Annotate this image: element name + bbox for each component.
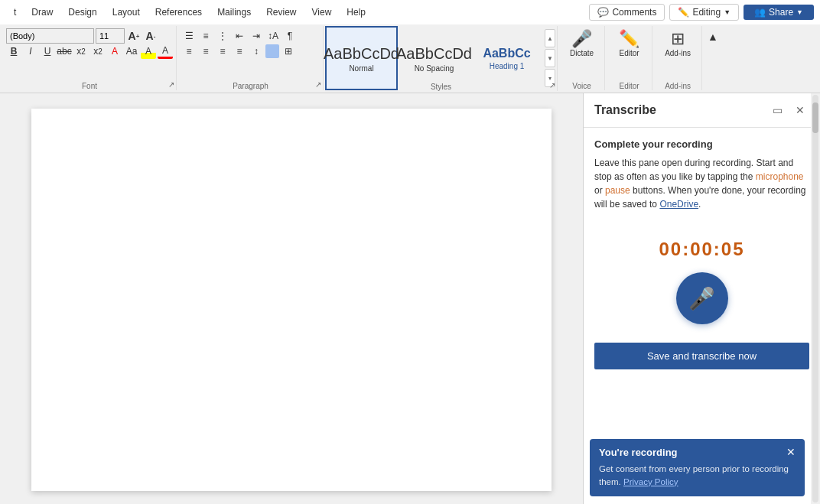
gallery-scroll-down[interactable]: ▼ bbox=[545, 49, 555, 67]
justify-button[interactable]: ≡ bbox=[232, 44, 247, 59]
voice-group: 🎤 Dictate Voice bbox=[559, 26, 605, 90]
pause-text: pause bbox=[605, 185, 630, 196]
share-icon: 👥 bbox=[754, 7, 766, 18]
bullets-button[interactable]: ☰ bbox=[181, 28, 197, 44]
superscript-button[interactable]: x2 bbox=[90, 44, 106, 59]
editor-button[interactable]: ✏️ Editor bbox=[614, 28, 644, 60]
microphone-button[interactable]: 🎤 bbox=[676, 272, 728, 324]
addins-button[interactable]: ⊞ Add-ins bbox=[660, 28, 695, 60]
paragraph-group-label: Paragraph bbox=[178, 82, 323, 90]
align-center-button[interactable]: ≡ bbox=[198, 44, 213, 59]
panel-title: Transcribe bbox=[594, 103, 656, 117]
save-transcribe-button[interactable]: Save and transcribe now bbox=[594, 343, 809, 369]
tab-view[interactable]: View bbox=[304, 4, 340, 21]
multilevel-list-button[interactable]: ⋮ bbox=[215, 28, 230, 44]
font-size-box[interactable]: 11 bbox=[96, 28, 125, 44]
tab-design[interactable]: Design bbox=[60, 4, 104, 21]
panel-close-button[interactable]: ✕ bbox=[791, 101, 809, 119]
para-row-1: ☰ ≡ ⋮ ⇤ ⇥ ↕A ¶ bbox=[181, 28, 320, 44]
font-expand-icon[interactable]: ↗ bbox=[168, 80, 174, 89]
editing-mode-button[interactable]: ✏️ Editing ▼ bbox=[669, 4, 739, 21]
comment-icon: 💬 bbox=[597, 7, 609, 18]
increase-indent-button[interactable]: ⇥ bbox=[249, 28, 264, 44]
font-row-2: B I U abc x2 x2 A Aa A A bbox=[6, 44, 173, 59]
align-right-button[interactable]: ≡ bbox=[215, 44, 230, 59]
styles-expand-icon[interactable]: ↗ bbox=[549, 81, 555, 89]
document-page bbox=[31, 109, 552, 491]
dictate-label: Dictate bbox=[570, 49, 594, 57]
style-heading1[interactable]: AaBbCc Heading 1 bbox=[470, 26, 543, 90]
editor-icon: ✏️ bbox=[619, 31, 639, 47]
document-area bbox=[0, 93, 583, 504]
toast-privacy-link[interactable]: Privacy Policy bbox=[623, 477, 678, 486]
editor-group: ✏️ Editor Editor bbox=[607, 26, 652, 90]
editor-label: Editor bbox=[620, 49, 639, 57]
panel-header-icons: ▭ ✕ bbox=[768, 101, 809, 119]
panel-scrollbar[interactable] bbox=[811, 93, 820, 504]
collapse-ribbon-button[interactable]: ▲ bbox=[705, 29, 721, 44]
underline-button[interactable]: U bbox=[40, 44, 55, 59]
chevron-down-icon: ▼ bbox=[724, 8, 731, 16]
tab-file[interactable]: t bbox=[6, 4, 24, 21]
addins-group-label: Add-ins bbox=[654, 82, 701, 90]
tab-layout[interactable]: Layout bbox=[105, 4, 148, 21]
ribbon-collapse-area: ▲ bbox=[704, 26, 722, 91]
tab-references[interactable]: References bbox=[148, 4, 210, 21]
styles-group: AaBbCcDd Normal AaBbCcDd No Spacing AaBb… bbox=[325, 26, 558, 91]
toast-header: You're recording ✕ bbox=[599, 447, 796, 458]
bold-button[interactable]: B bbox=[6, 44, 21, 59]
tab-mailings[interactable]: Mailings bbox=[210, 4, 259, 21]
editing-mode-label: Editing bbox=[692, 7, 721, 18]
font-group-label: Font bbox=[3, 82, 176, 90]
addins-group: ⊞ Add-ins Add-ins bbox=[654, 26, 702, 90]
grow-font-button[interactable]: A+ bbox=[126, 28, 142, 44]
ribbon-tabs: t Draw Design Layout References Mailings… bbox=[6, 4, 373, 21]
style-no-spacing[interactable]: AaBbCcDd No Spacing bbox=[398, 26, 470, 90]
panel-header: Transcribe ▭ ✕ bbox=[584, 93, 820, 128]
strikethrough-button[interactable]: abc bbox=[57, 44, 72, 59]
italic-button[interactable]: I bbox=[23, 44, 38, 59]
font-color-button[interactable]: A bbox=[158, 44, 173, 59]
microphone-text: microphone bbox=[756, 171, 804, 182]
style-normal-preview: AaBbCcDd bbox=[324, 44, 399, 63]
change-case-button[interactable]: Aa bbox=[124, 44, 139, 59]
style-normal[interactable]: AaBbCcDd Normal bbox=[325, 26, 398, 90]
chevron-down-icon-share: ▼ bbox=[796, 8, 803, 16]
show-hide-button[interactable]: ¶ bbox=[282, 28, 298, 44]
toast-body: Get consent from every person prior to r… bbox=[599, 463, 796, 489]
style-no-spacing-preview: AaBbCcDd bbox=[396, 44, 472, 63]
tab-review[interactable]: Review bbox=[259, 4, 304, 21]
tab-help[interactable]: Help bbox=[339, 4, 373, 21]
dictate-button[interactable]: 🎤 Dictate bbox=[565, 28, 598, 60]
comments-label: Comments bbox=[612, 7, 656, 18]
scrollbar-thumb bbox=[812, 102, 818, 133]
panel-minimize-button[interactable]: ▭ bbox=[768, 101, 786, 119]
font-name-box[interactable]: (Body) bbox=[6, 28, 94, 44]
subscript-button[interactable]: x2 bbox=[73, 44, 89, 59]
gallery-scroll-up[interactable]: ▲ bbox=[545, 29, 555, 47]
share-label: Share bbox=[769, 7, 793, 18]
tab-draw[interactable]: Draw bbox=[24, 4, 60, 21]
paragraph-group: ☰ ≡ ⋮ ⇤ ⇥ ↕A ¶ ≡ ≡ ≡ ≡ ↕ ⊞ Paragraph ↗ bbox=[178, 26, 324, 90]
text-highlight-button[interactable]: A bbox=[141, 44, 156, 59]
paragraph-expand-icon[interactable]: ↗ bbox=[315, 80, 321, 89]
scrollbar-track bbox=[812, 95, 818, 502]
borders-button[interactable]: ⊞ bbox=[281, 44, 296, 59]
toast-close-button[interactable]: ✕ bbox=[786, 447, 796, 457]
align-left-button[interactable]: ≡ bbox=[181, 44, 197, 59]
numbering-button[interactable]: ≡ bbox=[198, 28, 213, 44]
ribbon-top-bar: t Draw Design Layout References Mailings… bbox=[0, 0, 820, 24]
decrease-indent-button[interactable]: ⇤ bbox=[232, 28, 247, 44]
clear-formatting-button[interactable]: A bbox=[107, 44, 122, 59]
sort-button[interactable]: ↕A bbox=[265, 28, 281, 44]
line-spacing-button[interactable]: ↕ bbox=[249, 44, 264, 59]
style-heading1-label: Heading 1 bbox=[490, 62, 525, 70]
onedrive-link[interactable]: OneDrive bbox=[659, 199, 698, 210]
para-row-2: ≡ ≡ ≡ ≡ ↕ ⊞ bbox=[181, 44, 320, 59]
main-area: Transcribe ▭ ✕ Complete your recording L… bbox=[0, 93, 820, 504]
shading-button[interactable] bbox=[265, 44, 279, 58]
ribbon-commands: (Body) 11 A+ A- B I U abc x2 x2 A Aa A A… bbox=[0, 24, 820, 93]
shrink-font-button[interactable]: A- bbox=[143, 28, 158, 44]
comments-button[interactable]: 💬 Comments bbox=[589, 4, 665, 21]
share-button[interactable]: 👥 Share ▼ bbox=[744, 5, 814, 20]
